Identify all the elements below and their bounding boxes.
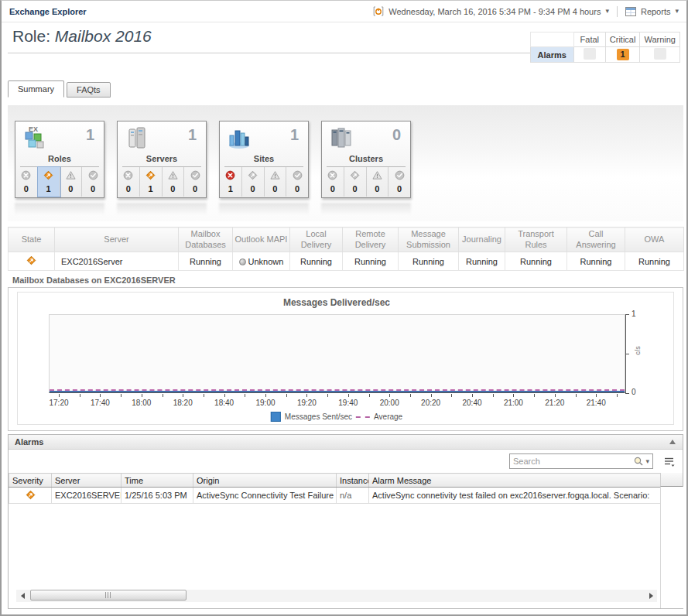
alarm-origin-cell[interactable]: ActiveSync Connectivity Test Failure (193, 488, 337, 504)
server-cell[interactable]: EXC2016Server (55, 252, 179, 271)
alarm-summary-table: Fatal Critical Warning Alarms 1 (530, 32, 680, 63)
search-input[interactable] (510, 457, 633, 466)
status-col[interactable]: Outlook MAPI (233, 228, 290, 252)
tile-status-normal[interactable]: 0 (82, 167, 104, 197)
alarm-time-cell[interactable]: 1/25/16 5:03 PM (122, 488, 193, 504)
alarm-instance-cell[interactable]: n/a (337, 488, 369, 504)
tile-status-fatal[interactable]: 0 (15, 167, 38, 197)
tile-clusters[interactable]: 0Clusters0000 (321, 121, 411, 198)
tile-status-critical[interactable]: 0 (344, 167, 367, 197)
status-col[interactable]: Call Answering (567, 228, 625, 252)
col-origin[interactable]: Origin (193, 474, 337, 488)
status-col[interactable]: Remote Delivery (343, 228, 399, 252)
servers-icon (124, 125, 150, 151)
service-state-cell[interactable]: Unknown (233, 252, 290, 271)
service-state-cell[interactable]: Running (343, 252, 399, 271)
collapse-panel-icon[interactable] (669, 440, 676, 444)
status-col[interactable]: Server (55, 228, 179, 252)
title-divider (8, 53, 548, 53)
tile-servers[interactable]: 1Servers0100 (117, 121, 207, 198)
status-count: 0 (193, 184, 197, 193)
unknown-status-icon (239, 258, 246, 265)
tile-status-fatal[interactable]: 0 (118, 167, 140, 197)
col-alarm-message[interactable]: Alarm Message (369, 474, 661, 488)
chart-plot-area[interactable] (49, 314, 625, 393)
tile-status-warning[interactable]: 0 (60, 167, 83, 197)
scroll-left-button[interactable] (16, 590, 29, 602)
sites-icon (226, 125, 252, 151)
tab-summary[interactable]: Summary (8, 80, 64, 98)
status-col[interactable]: State (9, 228, 55, 252)
tile-status-warning[interactable]: 0 (163, 167, 185, 197)
tile-count: 1 (188, 126, 197, 144)
service-state-cell[interactable]: Running (505, 252, 567, 271)
service-state-cell[interactable]: Running (625, 252, 684, 271)
tile-status-critical[interactable]: 0 (242, 167, 265, 197)
alarm-server-cell[interactable]: EXC2016SERVER (52, 488, 122, 504)
reports-button[interactable]: Reports (641, 7, 671, 16)
service-state-cell[interactable]: Running (290, 252, 343, 271)
tile-status-warning[interactable]: 0 (367, 167, 389, 197)
breadcrumb[interactable]: Exchange Explorer (9, 7, 87, 16)
col-instance[interactable]: Instance (337, 474, 369, 488)
service-state-cell[interactable]: Running (567, 252, 625, 271)
tile-roles[interactable]: EX1Roles0100 (15, 121, 104, 198)
status-count: 1 (149, 184, 153, 193)
critical-status-icon (43, 169, 53, 183)
status-col[interactable]: Transport Rules (505, 228, 567, 252)
alarm-summary-warning-cell[interactable] (640, 47, 680, 63)
state-cell[interactable] (9, 252, 55, 271)
critical-count-badge[interactable]: 1 (617, 49, 629, 60)
search-options-caret-icon[interactable]: ▾ (645, 458, 649, 465)
tile-status-fatal[interactable]: 0 (322, 167, 344, 197)
tab-faqts[interactable]: FAQts (67, 82, 111, 98)
status-col[interactable]: Mailbox Databases (179, 228, 233, 252)
clusters-icon (328, 125, 354, 151)
section-title: Mailbox Databases on EXC2016SERVER (12, 275, 176, 285)
alarm-message-cell[interactable]: ActiveSync connetivity test failed on ex… (369, 488, 661, 504)
scroll-right-button[interactable] (645, 590, 657, 602)
alarms-panel-header[interactable]: Alarms (9, 435, 683, 450)
service-state-cell[interactable]: Running (179, 252, 233, 271)
tile-status-critical[interactable]: 1 (140, 167, 163, 197)
x-tick (410, 394, 411, 397)
alarm-summary-fatal-cell[interactable] (573, 47, 605, 63)
fatal-count-badge[interactable] (584, 48, 596, 60)
reports-caret-icon[interactable]: ▾ (675, 8, 679, 15)
status-col[interactable]: OWA (625, 228, 684, 252)
x-axis-label: 21:40 (587, 399, 606, 407)
col-time[interactable]: Time (122, 474, 193, 488)
alarm-severity-cell[interactable] (9, 488, 52, 504)
x-axis-label: 19:20 (297, 399, 317, 407)
time-range-caret-icon[interactable]: ▾ (605, 8, 609, 15)
status-col[interactable]: Local Delivery (290, 228, 343, 252)
tile-status-normal[interactable]: 0 (388, 167, 410, 197)
service-state-cell[interactable]: Running (459, 252, 505, 271)
horizontal-scrollbar[interactable] (16, 590, 657, 602)
warning-status-icon (66, 169, 76, 183)
status-col[interactable]: Journaling (459, 228, 505, 252)
search-button[interactable]: ▾ (633, 456, 652, 467)
status-count: 0 (397, 184, 402, 193)
col-server[interactable]: Server (52, 474, 122, 488)
alarm-row[interactable]: EXC2016SERVER1/25/16 5:03 PMActiveSync C… (9, 488, 661, 504)
tile-status-normal[interactable]: 0 (286, 167, 308, 197)
tile-sites[interactable]: 1Sites1000 (219, 121, 309, 198)
col-severity[interactable]: Severity (9, 474, 52, 488)
status-col[interactable]: Message Submission (399, 228, 459, 252)
normal-status-icon (293, 169, 303, 183)
warning-count-badge[interactable] (654, 48, 666, 60)
time-range-label[interactable]: Wednesday, March 16, 2016 5:34 PM - 9:34… (388, 7, 601, 16)
service-state-cell[interactable]: Running (399, 252, 459, 271)
tile-status-critical[interactable]: 1 (38, 167, 60, 197)
search-box[interactable]: ▾ (509, 453, 653, 469)
toolbar-divider (617, 6, 618, 17)
tile-status-row: 1000 (220, 167, 308, 197)
table-row[interactable]: EXC2016ServerRunningUnknownRunningRunnin… (9, 252, 684, 271)
alarm-summary-critical-cell[interactable]: 1 (605, 47, 640, 63)
tile-status-warning[interactable]: 0 (265, 167, 287, 197)
tile-status-fatal[interactable]: 1 (220, 167, 242, 197)
tile-status-normal[interactable]: 0 (184, 167, 206, 197)
scrollbar-thumb[interactable] (30, 590, 187, 601)
table-customizer-icon[interactable] (663, 457, 676, 471)
